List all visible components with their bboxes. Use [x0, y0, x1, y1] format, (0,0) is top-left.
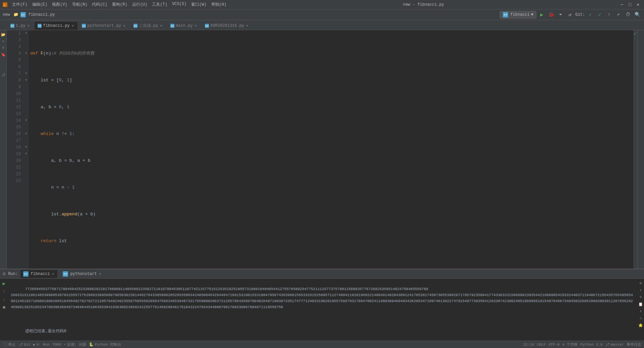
- code-line-7: lst.append(a + b): [30, 211, 633, 218]
- charset-label: UTF-8: [548, 343, 559, 347]
- sidebar-commit-icon[interactable]: ⬆: [0, 38, 6, 44]
- git-push[interactable]: ↑: [605, 11, 613, 19]
- status-terminate[interactable]: ⬛ 终止: [3, 342, 16, 347]
- fold-20: [23, 157, 29, 164]
- sidebar-structure-icon[interactable]: ≡: [0, 45, 6, 51]
- project-label: new: [3, 12, 10, 17]
- fold-19[interactable]: ▼: [23, 151, 29, 157]
- fold-8[interactable]: ▼: [23, 77, 29, 84]
- run-tab2-close[interactable]: ✕: [98, 272, 102, 276]
- menu-edit[interactable]: 编辑(E): [30, 1, 50, 8]
- search-everywhere[interactable]: 🔍: [633, 11, 641, 19]
- git-history[interactable]: ⏱: [624, 11, 632, 19]
- run-other-button[interactable]: ↺: [566, 11, 574, 19]
- status-python-console[interactable]: 🐍 Python 控制台: [89, 342, 121, 347]
- status-todo[interactable]: TODO: [52, 343, 61, 347]
- tab-close-fibnacci[interactable]: ✕: [71, 23, 75, 28]
- sidebar-project-icon[interactable]: 📂: [0, 31, 6, 38]
- run-config-icon: py: [503, 12, 508, 17]
- minimize-button[interactable]: ─: [619, 1, 625, 8]
- status-event-log[interactable]: 事件日志: [627, 342, 641, 347]
- close-button[interactable]: ✕: [635, 1, 641, 8]
- fold-4[interactable]: ▼: [23, 50, 29, 57]
- output-side-buttons: ⚙ ⬆ ≡ 📋 ⬇ ⤡ ⭐: [637, 279, 644, 341]
- tab-close-main[interactable]: ✕: [194, 23, 198, 28]
- panel-settings-icon[interactable]: ⚙: [3, 271, 5, 277]
- side-btn-6[interactable]: ⤡: [638, 315, 644, 321]
- menu-nav[interactable]: 导航(N): [70, 1, 90, 8]
- run-controls: ▶ ↑ ↓ ■: [0, 279, 8, 341]
- tab-close-1py[interactable]: ✕: [27, 23, 31, 28]
- python-version-label: Python 3.9: [580, 343, 602, 347]
- status-python-version[interactable]: Python 3.9: [580, 343, 602, 347]
- run-tab-fibnacci[interactable]: py fibnacci ✕: [20, 270, 57, 278]
- run-config-button[interactable]: py fibnacci ▼: [500, 11, 536, 18]
- tab-fibnacci[interactable]: py fibnacci.py ✕: [34, 21, 78, 30]
- status-run[interactable]: ▶ 4: Run: [33, 342, 50, 347]
- folder-icon: 📁: [13, 12, 18, 17]
- side-btn-7[interactable]: ⭐: [638, 322, 644, 328]
- status-position[interactable]: 22:16: [523, 343, 534, 347]
- status-indent[interactable]: 4 个空格: [562, 342, 578, 347]
- menu-refactor[interactable]: 重构(R): [110, 1, 129, 8]
- scroll-down-button[interactable]: ↓: [1, 296, 7, 303]
- fold-14[interactable]: ▼: [23, 117, 29, 124]
- run-tab-pythonstart[interactable]: py pythonstart ✕: [60, 270, 104, 278]
- side-btn-5[interactable]: ⬇: [638, 308, 644, 314]
- stop-button[interactable]: ■: [1, 304, 7, 311]
- tab-xor[interactable]: py XOR20201316.py ✕: [201, 21, 253, 30]
- tab-pythonstart[interactable]: py pythonstart.py ✕: [78, 21, 129, 30]
- sidebar-git-icon[interactable]: ⎇: [0, 72, 6, 78]
- menu-help[interactable]: 帮助(H): [209, 1, 229, 8]
- git-status-icon: ⎇: [18, 342, 23, 347]
- menu-file[interactable]: 文件(F): [10, 1, 30, 8]
- output-content: 7726594553775871788459425232088202281798…: [8, 279, 637, 341]
- side-btn-4[interactable]: 📋: [638, 301, 644, 307]
- tab-1py[interactable]: py 1.py ✕: [7, 21, 34, 30]
- run-tab-label: fibnacci: [31, 272, 50, 276]
- menu-window[interactable]: 窗口(W): [189, 1, 209, 8]
- run-button[interactable]: ▶: [538, 11, 546, 19]
- status-problems[interactable]: ⚡ 反馈: 问题: [64, 342, 86, 347]
- maximize-button[interactable]: □: [627, 1, 633, 8]
- git-revert[interactable]: ↶: [614, 11, 623, 19]
- fold-23: [23, 178, 29, 184]
- fold-5: [23, 57, 29, 64]
- side-btn-1[interactable]: ⚙: [638, 280, 644, 286]
- code-editor[interactable]: def F(n): # 列出0到n的所有数 lst = [0, 1] a, b …: [29, 30, 633, 269]
- git-check2[interactable]: ✓: [596, 11, 604, 19]
- tab-close-xor[interactable]: ✕: [246, 23, 249, 28]
- menu-tools[interactable]: 工具(T): [150, 1, 169, 8]
- coverage-button[interactable]: ☂: [556, 11, 565, 19]
- side-btn-2[interactable]: ⬆: [638, 287, 644, 293]
- menu-run[interactable]: 运行(U): [130, 1, 150, 8]
- play-button[interactable]: ▶: [1, 280, 7, 287]
- fold-7[interactable]: ▼: [23, 70, 29, 77]
- status-branch[interactable]: ⎇ master: [605, 342, 624, 347]
- tab-binary[interactable]: py 二分法.py ✕: [130, 21, 167, 30]
- menu-code[interactable]: 代码(C): [90, 1, 109, 8]
- debug-button[interactable]: 🐞: [547, 11, 555, 19]
- git-check1[interactable]: ✓: [586, 11, 594, 19]
- menu-vcs[interactable]: VCS(S): [170, 1, 189, 8]
- status-line-ending[interactable]: CRLF: [537, 343, 546, 347]
- tab-close-binary[interactable]: ✕: [159, 23, 163, 28]
- editor-area[interactable]: 1 2 3 4 5 6 7 8 9 10 11 12 13 14 15 16 1…: [7, 30, 637, 269]
- menu-view[interactable]: 视图(V): [50, 1, 69, 8]
- scroll-up-button[interactable]: ↑: [1, 288, 7, 295]
- fold-16[interactable]: ▼: [23, 131, 29, 137]
- position-label: 22:16: [523, 343, 534, 347]
- tab-close-pythonstart[interactable]: ✕: [122, 23, 126, 28]
- fold-gutter: ▼ ▼ ▼ ▼ ▼ ▼ ▼ ▼: [23, 30, 29, 269]
- side-btn-3[interactable]: ≡: [638, 294, 644, 300]
- code-line-5: a, b = b, a + b: [30, 157, 633, 164]
- tab-main[interactable]: py main.py ✕: [167, 21, 201, 30]
- status-charset[interactable]: UTF-8: [548, 343, 559, 347]
- run-tab-close[interactable]: ✕: [51, 272, 55, 276]
- fold-1[interactable]: ▼: [23, 30, 29, 37]
- sidebar-bookmark-icon[interactable]: 🔖: [0, 52, 6, 58]
- status-git[interactable]: ⎇ Git: [18, 342, 31, 347]
- fold-18[interactable]: ▼: [23, 144, 29, 151]
- problems-icon: ⚡: [64, 342, 66, 347]
- fold-12: [23, 104, 29, 111]
